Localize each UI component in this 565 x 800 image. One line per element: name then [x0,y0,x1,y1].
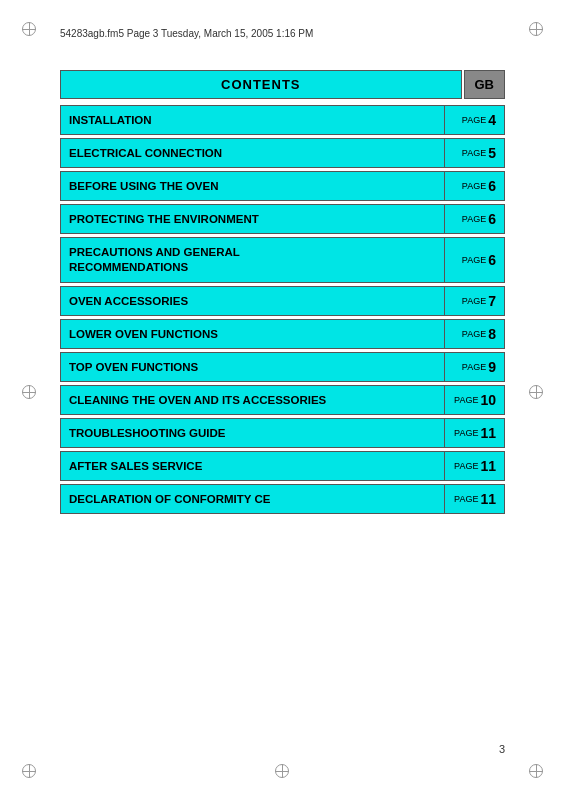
toc-label-text: OVEN ACCESSORIES [69,294,188,309]
page-num: 9 [488,359,496,375]
page-word: PAGE [454,428,478,438]
page-word: PAGE [462,362,486,372]
toc-row: LOWER OVEN FUNCTIONSPAGE8 [60,319,505,349]
cross-mark-bm [275,764,289,778]
toc-page: PAGE6 [444,205,504,233]
toc-label-text: CLEANING THE OVEN AND ITS ACCESSORIES [69,393,326,408]
content-area: CONTENTS GB INSTALLATIONPAGE4ELECTRICAL … [60,70,505,517]
toc-label: PROTECTING THE ENVIRONMENT [61,205,444,233]
toc-page: PAGE11 [444,452,504,480]
toc-page: PAGE9 [444,353,504,381]
toc-label: BEFORE USING THE OVEN [61,172,444,200]
toc-label-text: DECLARATION OF CONFORMITY CE [69,492,270,507]
page-num: 6 [488,252,496,268]
toc-label-text: ELECTRICAL CONNECTION [69,146,222,161]
toc-row: TOP OVEN FUNCTIONSPAGE9 [60,352,505,382]
toc-row: ELECTRICAL CONNECTIONPAGE5 [60,138,505,168]
toc-row: OVEN ACCESSORIESPAGE7 [60,286,505,316]
page-container: 54283agb.fm5 Page 3 Tuesday, March 15, 2… [0,0,565,800]
toc-row: AFTER SALES SERVICEPAGE11 [60,451,505,481]
cross-mark-tl [22,22,36,36]
page-word: PAGE [462,296,486,306]
page-number: 3 [499,743,505,755]
toc-row: DECLARATION OF CONFORMITY CEPAGE11 [60,484,505,514]
toc-label: PRECAUTIONS AND GENERALRECOMMENDATIONS [61,238,444,282]
toc-label: TROUBLESHOOTING GUIDE [61,419,444,447]
toc-page: PAGE4 [444,106,504,134]
toc-list: INSTALLATIONPAGE4ELECTRICAL CONNECTIONPA… [60,105,505,514]
page-num: 10 [480,392,496,408]
contents-header: CONTENTS GB [60,70,505,99]
toc-label-text: TOP OVEN FUNCTIONS [69,360,198,375]
file-info: 54283agb.fm5 Page 3 Tuesday, March 15, 2… [60,28,313,39]
toc-page: PAGE7 [444,287,504,315]
cross-mark-ml [22,385,36,399]
page-word: PAGE [462,181,486,191]
page-word: PAGE [462,148,486,158]
toc-label: DECLARATION OF CONFORMITY CE [61,485,444,513]
toc-label: LOWER OVEN FUNCTIONS [61,320,444,348]
toc-page: PAGE10 [444,386,504,414]
toc-label-text: INSTALLATION [69,113,152,128]
toc-page: PAGE5 [444,139,504,167]
page-word: PAGE [462,329,486,339]
page-num: 5 [488,145,496,161]
page-word: PAGE [462,115,486,125]
page-num: 11 [480,491,496,507]
toc-row: INSTALLATIONPAGE4 [60,105,505,135]
toc-row: CLEANING THE OVEN AND ITS ACCESSORIESPAG… [60,385,505,415]
toc-label-text: PRECAUTIONS AND GENERALRECOMMENDATIONS [69,245,240,275]
page-num: 11 [480,425,496,441]
page-num: 7 [488,293,496,309]
toc-label-text: BEFORE USING THE OVEN [69,179,219,194]
toc-label: OVEN ACCESSORIES [61,287,444,315]
page-num: 6 [488,178,496,194]
toc-page: PAGE11 [444,485,504,513]
toc-page: PAGE6 [444,238,504,282]
page-num: 6 [488,211,496,227]
toc-label: TOP OVEN FUNCTIONS [61,353,444,381]
cross-mark-br [529,764,543,778]
contents-title: CONTENTS [60,70,462,99]
toc-label: INSTALLATION [61,106,444,134]
cross-mark-mr [529,385,543,399]
page-num: 11 [480,458,496,474]
toc-label-text: TROUBLESHOOTING GUIDE [69,426,226,441]
page-word: PAGE [454,494,478,504]
toc-label-text: AFTER SALES SERVICE [69,459,202,474]
cross-mark-bl [22,764,36,778]
toc-page: PAGE8 [444,320,504,348]
toc-label-text: LOWER OVEN FUNCTIONS [69,327,218,342]
toc-row: PROTECTING THE ENVIRONMENTPAGE6 [60,204,505,234]
toc-label: CLEANING THE OVEN AND ITS ACCESSORIES [61,386,444,414]
toc-row: BEFORE USING THE OVENPAGE6 [60,171,505,201]
cross-mark-tr [529,22,543,36]
contents-country-code: GB [464,70,506,99]
header-meta: 54283agb.fm5 Page 3 Tuesday, March 15, 2… [60,28,505,39]
page-word: PAGE [454,461,478,471]
page-word: PAGE [454,395,478,405]
toc-row: TROUBLESHOOTING GUIDEPAGE11 [60,418,505,448]
toc-page: PAGE11 [444,419,504,447]
page-num: 4 [488,112,496,128]
toc-page: PAGE6 [444,172,504,200]
toc-row: PRECAUTIONS AND GENERALRECOMMENDATIONSPA… [60,237,505,283]
toc-label: ELECTRICAL CONNECTION [61,139,444,167]
page-word: PAGE [462,214,486,224]
toc-label: AFTER SALES SERVICE [61,452,444,480]
toc-label-text: PROTECTING THE ENVIRONMENT [69,212,259,227]
page-word: PAGE [462,255,486,265]
page-num: 8 [488,326,496,342]
